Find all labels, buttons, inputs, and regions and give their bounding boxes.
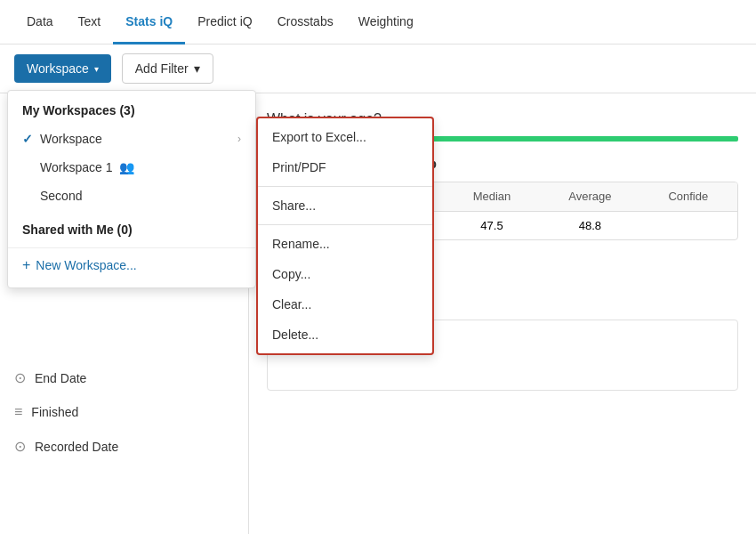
nav-predict-iq[interactable]: Predict iQ	[185, 0, 264, 44]
add-filter-label: Add Filter	[135, 61, 189, 76]
context-divider-2	[258, 224, 432, 225]
sidebar-item-recorded-date[interactable]: ⊙ Recorded Date	[0, 429, 248, 464]
people-icon: 👥	[119, 160, 134, 174]
plus-icon: +	[22, 257, 30, 273]
nav-weighting[interactable]: Weighting	[346, 0, 426, 44]
finished-label: Finished	[31, 405, 78, 419]
list-icon: ≡	[14, 404, 22, 420]
workspace-item-second[interactable]: Second	[8, 182, 255, 210]
top-navigation: Data Text Stats iQ Predict iQ Crosstabs …	[0, 0, 756, 44]
filter-chevron-icon: ▾	[194, 61, 200, 76]
calendar-icon: ⊙	[14, 438, 26, 455]
col-confidence: Confide	[639, 182, 737, 211]
shared-with-me-title: Shared with Me (0)	[8, 210, 255, 244]
cell-confidence	[639, 212, 737, 239]
context-menu: Export to Excel... Print/PDF Share... Re…	[256, 117, 434, 355]
workspace-chevron-icon: ▾	[94, 64, 99, 74]
workspace-item-workspace1[interactable]: Workspace 1 👥	[8, 153, 255, 182]
context-delete[interactable]: Delete...	[258, 320, 432, 350]
add-filter-button[interactable]: Add Filter ▾	[122, 53, 213, 84]
second-item-label: Second	[40, 189, 82, 203]
context-export-excel[interactable]: Export to Excel...	[258, 122, 432, 152]
my-workspaces-title: My Workspaces (3)	[8, 91, 255, 125]
context-divider-1	[258, 186, 432, 187]
context-rename[interactable]: Rename...	[258, 229, 432, 259]
workspace-item-workspace[interactable]: ✓ Workspace ›	[8, 125, 255, 153]
context-clear[interactable]: Clear...	[258, 289, 432, 320]
nav-data[interactable]: Data	[14, 0, 66, 44]
workspace1-item-label: Workspace 1	[40, 160, 112, 174]
new-workspace-label: New Workspace...	[36, 258, 136, 272]
cell-median: 47.5	[443, 212, 541, 239]
context-copy[interactable]: Copy...	[258, 259, 432, 289]
context-share[interactable]: Share...	[258, 190, 432, 221]
sidebar-item-finished[interactable]: ≡ Finished	[0, 395, 248, 429]
clock-icon: ⊙	[14, 369, 26, 386]
nav-text[interactable]: Text	[66, 0, 114, 44]
recorded-date-label: Recorded Date	[35, 440, 118, 454]
nav-crosstabs[interactable]: Crosstabs	[265, 0, 346, 44]
end-date-label: End Date	[35, 371, 86, 385]
nav-stats-iq[interactable]: Stats iQ	[113, 0, 185, 44]
col-median: Median	[443, 182, 541, 211]
workspace-dropdown: My Workspaces (3) ✓ Workspace › Workspac…	[7, 90, 256, 288]
col-average: Average	[541, 182, 639, 211]
sidebar-item-end-date[interactable]: ⊙ End Date	[0, 360, 248, 395]
cell-average: 48.8	[541, 212, 639, 239]
context-print-pdf[interactable]: Print/PDF	[258, 152, 432, 182]
check-icon: ✓	[22, 132, 33, 146]
toolbar: Workspace ▾ Add Filter ▾	[0, 44, 756, 93]
workspace-button-label: Workspace	[27, 61, 89, 76]
workspace-item-label: Workspace	[40, 132, 102, 146]
new-workspace-item[interactable]: + New Workspace...	[8, 247, 255, 280]
workspace-button[interactable]: Workspace ▾	[14, 54, 111, 83]
arrow-icon: ›	[237, 133, 241, 145]
